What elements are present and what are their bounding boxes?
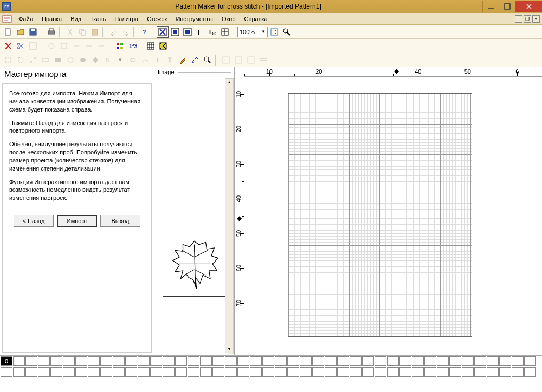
palette-cell[interactable] <box>138 367 150 377</box>
palette-cell[interactable] <box>412 367 424 377</box>
text-outline-button[interactable]: T <box>164 54 176 66</box>
palette-cell[interactable] <box>300 367 312 377</box>
info-tool-button[interactable]: Iж <box>207 26 218 38</box>
palette-cell[interactable] <box>424 367 436 377</box>
palette-cell[interactable] <box>75 367 87 377</box>
text-button[interactable]: T <box>152 54 164 66</box>
palette-cell[interactable] <box>312 356 324 366</box>
cut-button[interactable] <box>64 26 76 38</box>
save-button[interactable] <box>27 26 39 38</box>
palette-cell[interactable] <box>188 367 199 377</box>
back-button[interactable]: < Назад <box>14 215 54 227</box>
palette-cell[interactable] <box>337 367 349 377</box>
palette-cell[interactable] <box>225 367 237 377</box>
palette-cell[interactable] <box>474 356 486 366</box>
mdi-close-button[interactable]: × <box>532 15 540 23</box>
palette-cell[interactable] <box>125 367 137 377</box>
palette-cell[interactable] <box>125 356 137 366</box>
palette-cell[interactable] <box>25 367 37 377</box>
palette-cell[interactable] <box>163 367 175 377</box>
palette-cell[interactable] <box>188 356 199 366</box>
count-tool-button[interactable]: 1²3 <box>126 40 138 52</box>
palette-cell[interactable] <box>38 356 50 366</box>
zoom-region-button[interactable] <box>281 26 293 38</box>
palette-cell[interactable] <box>350 356 362 366</box>
mdi-minimize-button[interactable]: – <box>515 15 522 23</box>
maximize-button[interactable] <box>499 1 515 12</box>
palette-cell[interactable] <box>499 367 511 377</box>
s-dropdown[interactable]: ▾ <box>114 54 126 66</box>
grid-highlight-button[interactable] <box>157 40 169 52</box>
palette-cell[interactable] <box>387 367 399 377</box>
line-button[interactable] <box>27 54 39 66</box>
delete-stitch-button[interactable] <box>2 40 14 52</box>
layout-tool-4[interactable] <box>257 54 269 66</box>
palette-cell[interactable] <box>200 356 212 366</box>
palette-cell[interactable] <box>212 367 224 377</box>
menu-stitch[interactable]: Стежок <box>143 15 171 23</box>
palette-cell[interactable] <box>175 356 187 366</box>
palette-cell[interactable] <box>325 356 337 366</box>
palette-cell[interactable] <box>75 356 87 366</box>
palette-cell[interactable] <box>100 356 112 366</box>
grid-tool-button[interactable] <box>219 26 231 38</box>
palette-cell[interactable] <box>88 367 100 377</box>
exit-button[interactable]: Выход <box>100 215 140 227</box>
palette-cell[interactable] <box>375 356 386 366</box>
palette-cell[interactable] <box>262 356 274 366</box>
palette-cell[interactable] <box>300 356 312 366</box>
palette-cell[interactable] <box>399 356 411 366</box>
pattern-canvas[interactable] <box>244 77 542 355</box>
s-button[interactable]: S <box>102 54 114 66</box>
scroll-up-icon[interactable]: ▴ <box>225 79 233 87</box>
palette-cell[interactable] <box>524 356 536 366</box>
minimize-button[interactable] <box>482 1 499 12</box>
palette-cell[interactable] <box>250 367 262 377</box>
text-tool-button[interactable]: I <box>194 26 206 38</box>
palette-cell[interactable] <box>262 367 274 377</box>
palette-cell[interactable] <box>399 367 411 377</box>
ellipse-button[interactable] <box>64 54 76 66</box>
layout-tool-1[interactable] <box>220 54 232 66</box>
menu-palette[interactable]: Палитра <box>110 15 143 23</box>
palette-cell[interactable] <box>138 356 150 366</box>
dropper-button[interactable] <box>189 54 201 66</box>
menu-tools[interactable]: Инструменты <box>171 15 217 23</box>
ellipse2-button[interactable] <box>127 54 139 66</box>
import-button[interactable]: Импорт <box>57 215 97 227</box>
palette-cell[interactable] <box>362 356 374 366</box>
palette-cell[interactable] <box>150 367 162 377</box>
rect-fill-button[interactable] <box>52 54 64 66</box>
palette-tool-button[interactable] <box>114 40 126 52</box>
palette-cell[interactable] <box>275 367 287 377</box>
zoom-combo[interactable]: 100%▼ <box>237 27 268 37</box>
palette-cell[interactable] <box>437 356 449 366</box>
palette-cell[interactable] <box>512 356 524 366</box>
palette-cell[interactable] <box>449 367 461 377</box>
palette-cell[interactable] <box>375 367 386 377</box>
stitch-tool-2[interactable] <box>169 26 181 38</box>
palette-cell[interactable] <box>113 367 125 377</box>
palette-cell[interactable] <box>225 356 237 366</box>
palette-cell[interactable] <box>499 356 511 366</box>
menu-fabric[interactable]: Ткань <box>86 15 110 23</box>
palette-cell[interactable] <box>474 367 486 377</box>
palette-cell[interactable] <box>424 356 436 366</box>
sel-free-button[interactable] <box>15 54 27 66</box>
close-button[interactable] <box>515 1 542 12</box>
palette-cell[interactable] <box>362 367 374 377</box>
palette-cell[interactable] <box>412 356 424 366</box>
palette-cell[interactable] <box>462 356 474 366</box>
menu-help[interactable]: Справка <box>240 15 272 23</box>
pencil-button[interactable] <box>177 54 189 66</box>
redo-button[interactable] <box>120 26 132 38</box>
palette-cell[interactable] <box>50 356 62 366</box>
mdi-restore-button[interactable]: ❐ <box>524 15 531 23</box>
layout-tool-3[interactable] <box>245 54 257 66</box>
scroll-down-icon[interactable]: ▾ <box>225 345 233 354</box>
palette-cell[interactable] <box>387 356 399 366</box>
palette-cell[interactable] <box>350 367 362 377</box>
palette-cell[interactable] <box>287 356 299 366</box>
palette-cell[interactable] <box>237 367 249 377</box>
palette-cell[interactable] <box>287 367 299 377</box>
